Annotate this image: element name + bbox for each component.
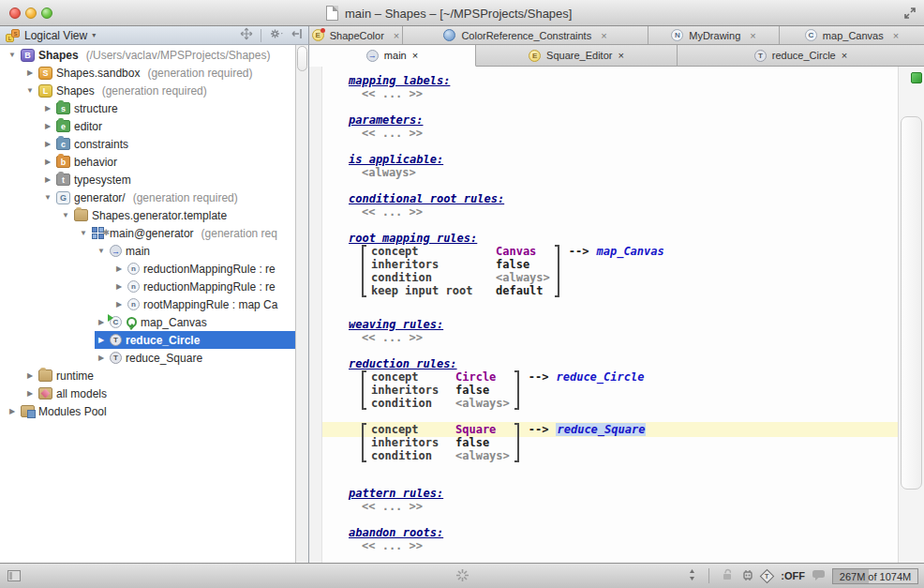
expand-arrow-icon[interactable]: ▶ bbox=[97, 354, 106, 362]
template-reference[interactable]: reduce_Circle bbox=[556, 370, 644, 384]
tree-item-constraints[interactable]: ▶cconstraints bbox=[0, 135, 295, 153]
tree-item-runtime[interactable]: ▶runtime bbox=[0, 367, 295, 384]
section-header[interactable]: reduction rules: bbox=[349, 357, 898, 370]
tab-main[interactable]: → main × bbox=[309, 45, 476, 67]
tree-item-map-canvas[interactable]: ▶Cmap_Canvas bbox=[0, 313, 295, 331]
close-tab-icon[interactable]: × bbox=[893, 30, 899, 41]
expand-arrow-icon[interactable]: ▼ bbox=[7, 51, 17, 59]
tree-item-main-mapping[interactable]: ▼→main bbox=[0, 242, 295, 260]
tree-scrollbar[interactable] bbox=[295, 45, 308, 563]
expand-arrow-icon[interactable]: ▼ bbox=[25, 86, 35, 95]
expand-arrow-icon[interactable]: ▶ bbox=[43, 175, 52, 184]
empty-cell[interactable]: << ... >> bbox=[349, 500, 898, 513]
tab-square-editor[interactable]: E Square_Editor × bbox=[476, 45, 678, 67]
always-cell[interactable]: <always> bbox=[349, 166, 898, 179]
empty-cell[interactable]: << ... >> bbox=[349, 127, 898, 140]
tree-item-reduce-circle[interactable]: ▶Treduce_Circle bbox=[0, 331, 295, 349]
close-tab-icon[interactable]: × bbox=[842, 50, 847, 61]
lock-icon[interactable] bbox=[722, 568, 734, 583]
tab-mydrawing[interactable]: N MyDrawing × bbox=[648, 26, 780, 44]
section-header[interactable]: pattern rules: bbox=[349, 487, 898, 500]
expand-arrow-icon[interactable]: ▶ bbox=[43, 122, 52, 130]
expand-arrow-icon[interactable]: ▶ bbox=[114, 282, 124, 291]
tab-colorreference-constraints[interactable]: ColorReference_Constraints × bbox=[403, 26, 648, 44]
typesystem-status-icon[interactable]: T bbox=[760, 568, 775, 583]
view-dropdown-icon[interactable]: ▾ bbox=[92, 31, 96, 39]
template-reference[interactable]: map_Canvas bbox=[596, 245, 663, 258]
font-size-toggle-icon[interactable] bbox=[688, 568, 696, 583]
event-log-bubble-icon[interactable] bbox=[812, 569, 826, 583]
tree-item-typesystem[interactable]: ▶ttypesystem bbox=[0, 171, 295, 188]
tree-item-all-models[interactable]: ▶all models bbox=[0, 384, 295, 402]
tree-item-structure[interactable]: ▶sstructure bbox=[0, 99, 295, 117]
tree-item-root-mapping-rule[interactable]: ▶nrootMappingRule : map Ca bbox=[0, 295, 295, 313]
close-tab-icon[interactable]: × bbox=[394, 30, 399, 41]
typesystem-status-text[interactable]: :OFF bbox=[781, 570, 805, 581]
template-reference-selected[interactable]: reduce_Square bbox=[556, 423, 646, 436]
tree-item-reduce-square[interactable]: ▶Treduce_Square bbox=[0, 349, 295, 367]
tree-item-reduction-rule-2[interactable]: ▶nreductionMappingRule : re bbox=[0, 278, 295, 295]
expand-arrow-icon[interactable]: ▼ bbox=[79, 229, 88, 237]
tree-item-behavior[interactable]: ▶bbehavior bbox=[0, 153, 295, 171]
tree-item-shapes-project[interactable]: ▼BShapes(/Users/vaclav/MPSProjects/Shape… bbox=[0, 46, 295, 64]
section-header[interactable]: parameters: bbox=[349, 113, 898, 127]
empty-cell[interactable]: << ... >> bbox=[349, 205, 898, 219]
expand-arrow-icon[interactable]: ▶ bbox=[97, 336, 106, 344]
section-header[interactable]: conditional root rules: bbox=[349, 192, 898, 205]
editor-error-stripe[interactable] bbox=[898, 67, 924, 563]
hide-panel-icon[interactable] bbox=[291, 27, 303, 43]
tab-shapecolor[interactable]: E ShapeColor × bbox=[309, 26, 403, 44]
expand-arrow-icon[interactable]: ▼ bbox=[61, 211, 70, 219]
memory-indicator[interactable]: 267M of 1074M bbox=[832, 568, 918, 584]
zoom-window-button[interactable] bbox=[41, 8, 52, 19]
expand-arrow-icon[interactable]: ▶ bbox=[25, 389, 35, 398]
expand-arrow-icon[interactable]: ▶ bbox=[7, 407, 17, 415]
close-window-button[interactable] bbox=[9, 8, 21, 19]
tab-reduce-circle[interactable]: T reduce_Circle × bbox=[678, 45, 924, 67]
expand-arrow-icon[interactable]: ▶ bbox=[25, 371, 35, 380]
close-tab-icon[interactable]: × bbox=[412, 50, 418, 61]
mapping-configuration-editor[interactable]: mapping labels: << ... >> parameters: <<… bbox=[322, 67, 898, 563]
expand-arrow-icon[interactable]: ▶ bbox=[114, 300, 124, 309]
empty-cell[interactable]: << ... >> bbox=[349, 539, 898, 552]
section-header[interactable]: is applicable: bbox=[349, 153, 898, 166]
section-header[interactable]: mapping labels: bbox=[349, 74, 898, 87]
tree-item-shapes-language[interactable]: ▼LShapes(generation required) bbox=[0, 82, 295, 99]
fullscreen-icon[interactable] bbox=[903, 7, 917, 20]
expand-arrow-icon[interactable]: ▶ bbox=[114, 264, 124, 273]
reduction-rule-circle[interactable]: conceptCircle inheritorsfalse condition<… bbox=[349, 370, 898, 410]
settings-gear-icon[interactable] bbox=[269, 27, 284, 43]
expand-arrow-icon[interactable]: ▶ bbox=[43, 158, 52, 166]
hector-inspector-icon[interactable] bbox=[740, 568, 755, 583]
tab-map-canvas[interactable]: C map_Canvas × bbox=[780, 26, 924, 44]
empty-cell[interactable]: << ... >> bbox=[349, 331, 898, 344]
tree-item-main-generator-model[interactable]: ▼✱main@generator(generation req bbox=[0, 224, 295, 242]
scroll-to-source-icon[interactable] bbox=[240, 27, 253, 43]
tree-item-shapes-sandbox[interactable]: ▶SShapes.sandbox(generation required) bbox=[0, 64, 295, 82]
tree-scrollbar-thumb[interactable] bbox=[297, 46, 307, 71]
toolwindow-toggle-icon[interactable] bbox=[7, 570, 21, 581]
section-header[interactable]: weaving rules: bbox=[349, 318, 898, 331]
tree-item-generator-template[interactable]: ▼Shapes.generator.template bbox=[0, 206, 295, 224]
expand-arrow-icon[interactable]: ▶ bbox=[43, 104, 52, 113]
tree-item-reduction-rule-1[interactable]: ▶nreductionMappingRule : re bbox=[0, 260, 295, 278]
close-tab-icon[interactable]: × bbox=[618, 50, 623, 61]
expand-arrow-icon[interactable]: ▶ bbox=[97, 318, 106, 326]
minimize-window-button[interactable] bbox=[25, 8, 37, 19]
reduction-rule-square[interactable]: conceptSquare inheritorsfalse condition<… bbox=[349, 423, 898, 462]
view-selector[interactable]: Logical View bbox=[24, 29, 87, 42]
no-errors-indicator[interactable] bbox=[911, 72, 922, 83]
expand-arrow-icon[interactable]: ▼ bbox=[43, 193, 52, 202]
tree-item-editor[interactable]: ▶eeditor bbox=[0, 117, 295, 135]
empty-cell[interactable]: << ... >> bbox=[349, 87, 898, 100]
expand-arrow-icon[interactable]: ▶ bbox=[43, 140, 52, 148]
root-mapping-rule[interactable]: conceptCanvas inheritorsfalse condition<… bbox=[349, 245, 898, 297]
section-header[interactable]: abandon roots: bbox=[349, 526, 898, 539]
section-header[interactable]: root mapping rules: bbox=[349, 232, 898, 245]
editor-scrollbar-thumb[interactable] bbox=[901, 116, 922, 490]
close-tab-icon[interactable]: × bbox=[750, 30, 755, 41]
tree-item-generator[interactable]: ▼Ggenerator/(generation required) bbox=[0, 188, 295, 206]
tree-item-modules-pool[interactable]: ▶Modules Pool bbox=[0, 402, 295, 420]
expand-arrow-icon[interactable]: ▶ bbox=[25, 68, 35, 77]
close-tab-icon[interactable]: × bbox=[601, 30, 606, 41]
